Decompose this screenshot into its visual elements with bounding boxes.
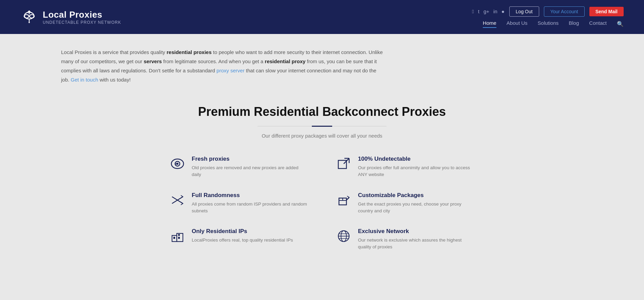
feature-randomness-title: Full Randomness — [192, 192, 308, 199]
feature-residential-title: Only Residential IPs — [192, 228, 293, 235]
googleplus-icon[interactable]: g+ — [484, 8, 489, 14]
svg-text:IP: IP — [175, 162, 178, 165]
svg-rect-11 — [338, 160, 346, 169]
linkedin-icon[interactable]: in — [493, 8, 497, 14]
logo-icon — [20, 8, 38, 26]
header-top-row:  t g+ in ● Log Out Your Account Send Ma… — [472, 6, 624, 17]
proxy-server-link[interactable]: proxy server — [216, 68, 245, 73]
undetectable-icon — [336, 156, 352, 172]
feature-randomness: Full Randomness All proxies come from ra… — [169, 192, 308, 215]
get-in-touch-link[interactable]: Get in touch — [71, 77, 98, 83]
fresh-icon: IP — [169, 156, 186, 172]
feature-exclusive-desc: Our network is exclusive which assures t… — [358, 237, 475, 251]
features-title: Premium Residential Backconnect Proxies — [61, 105, 583, 119]
feature-customizable-desc: Get the exact proxies you need, choose y… — [358, 201, 475, 215]
feature-fresh: IP Fresh proxies Old proxies are removed… — [169, 156, 308, 178]
customizable-icon — [336, 192, 352, 208]
intro-text-6: with us today! — [98, 77, 131, 83]
features-subtitle: Our different proxy packages will cover … — [61, 133, 583, 139]
main-nav: Home About Us Solutions Blog Contact 🔍 — [483, 20, 624, 28]
randomness-icon — [169, 192, 186, 208]
logo-title: Local Proxies — [43, 10, 121, 20]
nav-blog[interactable]: Blog — [569, 20, 579, 28]
divider-left — [258, 126, 312, 126]
feature-exclusive: Exclusive Network Our network is exclusi… — [336, 228, 475, 251]
header-right:  t g+ in ● Log Out Your Account Send Ma… — [472, 6, 624, 28]
feature-randomness-text: Full Randomness All proxies come from ra… — [192, 192, 308, 215]
feature-exclusive-text: Exclusive Network Our network is exclusi… — [358, 228, 475, 251]
feature-fresh-text: Fresh proxies Old proxies are removed an… — [192, 156, 308, 178]
residential-icon — [169, 228, 186, 244]
divider-right — [332, 126, 386, 126]
intro-paragraph: Local Proxies is a service that provides… — [61, 48, 383, 84]
main-content: Local Proxies is a service that provides… — [0, 34, 644, 271]
features-grid: IP Fresh proxies Old proxies are removed… — [169, 156, 475, 251]
logout-button[interactable]: Log Out — [509, 6, 539, 17]
feature-fresh-title: Fresh proxies — [192, 156, 308, 162]
nav-solutions[interactable]: Solutions — [538, 20, 559, 28]
feature-undetectable-text: 100% Undetectable Our proxies offer full… — [358, 156, 475, 178]
feature-undetectable-desc: Our proxies offer full anonimity and all… — [358, 164, 475, 178]
intro-text-1: Local Proxies is a service that provides… — [61, 49, 167, 55]
circle-icon[interactable]: ● — [501, 8, 505, 14]
svg-rect-25 — [178, 237, 180, 239]
svg-line-17 — [172, 200, 177, 204]
feature-residential-desc: LocalProxies offers real, top quality re… — [192, 237, 293, 244]
feature-randomness-desc: All proxies come from random ISP provide… — [192, 201, 308, 215]
send-mail-button[interactable]: Send Mail — [589, 7, 624, 16]
exclusive-icon — [336, 228, 352, 244]
servers-bold: servers — [144, 58, 162, 64]
feature-undetectable-title: 100% Undetectable — [358, 156, 475, 162]
feature-customizable-title: Customizable Packages — [358, 192, 475, 199]
residential-proxies-bold: residential proxies — [167, 49, 212, 55]
logo-text: Local Proxies Undetectable Proxy Network — [43, 10, 121, 25]
residential-proxy-bold: residential proxy — [265, 58, 305, 64]
divider-accent — [312, 126, 332, 127]
svg-line-15 — [172, 197, 177, 200]
feature-exclusive-title: Exclusive Network — [358, 228, 475, 235]
features-divider — [61, 126, 583, 127]
twitter-icon[interactable]: t — [478, 8, 479, 14]
social-icons:  t g+ in ● — [472, 8, 505, 14]
feature-residential: Only Residential IPs LocalProxies offers… — [169, 228, 308, 251]
header: Local Proxies Undetectable Proxy Network… — [0, 0, 644, 34]
feature-undetectable: 100% Undetectable Our proxies offer full… — [336, 156, 475, 178]
features-section: Premium Residential Backconnect Proxies … — [61, 105, 583, 251]
facebook-icon[interactable]:  — [472, 8, 474, 14]
nav-contact[interactable]: Contact — [589, 20, 607, 28]
your-account-button[interactable]: Your Account — [544, 6, 585, 17]
svg-rect-26 — [173, 237, 175, 239]
feature-customizable: Customizable Packages Get the exact prox… — [336, 192, 475, 215]
feature-customizable-text: Customizable Packages Get the exact prox… — [358, 192, 475, 215]
svg-point-6 — [29, 22, 30, 23]
feature-fresh-desc: Old proxies are removed and new proxies … — [192, 164, 308, 178]
svg-rect-27 — [178, 234, 180, 236]
logo-subtitle: Undetectable Proxy Network — [43, 20, 121, 25]
logo-area: Local Proxies Undetectable Proxy Network — [20, 8, 121, 26]
feature-residential-text: Only Residential IPs LocalProxies offers… — [192, 228, 293, 244]
intro-text-3: from legitimate sources. And when you ge… — [162, 58, 265, 64]
nav-about[interactable]: About Us — [507, 20, 528, 28]
nav-home[interactable]: Home — [483, 20, 496, 28]
search-icon[interactable]: 🔍 — [617, 21, 624, 27]
